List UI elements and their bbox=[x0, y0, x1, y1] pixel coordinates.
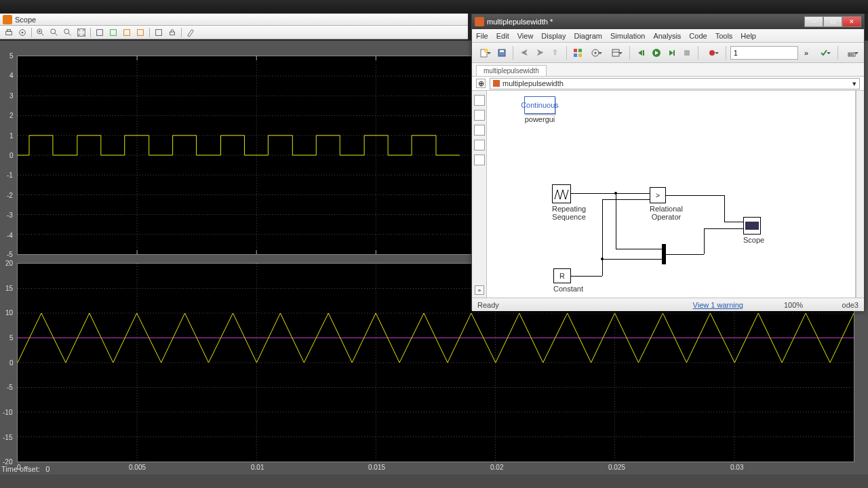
separator bbox=[629, 46, 630, 60]
svg-rect-15 bbox=[124, 29, 130, 35]
record-button[interactable] bbox=[703, 45, 722, 60]
status-warning-link[interactable]: View 1 warning bbox=[693, 301, 743, 309]
svg-point-3 bbox=[22, 31, 24, 33]
model-explorer-button[interactable] bbox=[606, 45, 625, 60]
stop-time-input[interactable] bbox=[730, 46, 798, 60]
path-dropdown-icon[interactable]: ▾ bbox=[852, 79, 856, 88]
menu-display[interactable]: Display bbox=[541, 32, 566, 40]
svg-rect-1 bbox=[7, 29, 10, 31]
model-icon bbox=[493, 80, 500, 87]
up-button[interactable]: ⇧ bbox=[548, 45, 562, 60]
separator bbox=[698, 46, 698, 60]
simulink-title-text: multiplepulsewidth * bbox=[487, 18, 553, 26]
svg-rect-59 bbox=[578, 49, 582, 52]
stop-button[interactable] bbox=[679, 45, 694, 60]
status-solver: ode3 bbox=[825, 301, 859, 309]
block-repeating-sequence[interactable]: Repeating Sequence bbox=[552, 184, 586, 221]
fit-tool-icon[interactable] bbox=[474, 110, 485, 121]
svg-rect-61 bbox=[578, 54, 582, 57]
menu-analysis[interactable]: Analysis bbox=[653, 32, 681, 40]
simulink-body: » Continuous powergui Repeating Sequence… bbox=[472, 91, 864, 298]
menu-edit[interactable]: Edit bbox=[496, 32, 509, 40]
new-model-button[interactable] bbox=[475, 45, 494, 60]
signal-line bbox=[602, 259, 662, 260]
svg-rect-69 bbox=[684, 50, 690, 56]
zoom-in-icon[interactable] bbox=[35, 27, 47, 38]
simulink-app-icon bbox=[475, 17, 484, 26]
signal-line bbox=[571, 276, 602, 277]
forward-button[interactable]: ⮞ bbox=[533, 45, 547, 60]
minimize-button[interactable]: ─ bbox=[804, 16, 823, 27]
svg-point-70 bbox=[709, 50, 715, 56]
float-icon[interactable] bbox=[121, 27, 133, 38]
link-icon[interactable] bbox=[166, 27, 178, 38]
signal-line bbox=[704, 228, 743, 229]
menu-diagram[interactable]: Diagram bbox=[574, 32, 602, 40]
canvas-scrollbar[interactable] bbox=[856, 91, 864, 298]
block-powergui[interactable]: Continuous powergui bbox=[524, 96, 555, 123]
fast-restart-button[interactable]: » bbox=[800, 45, 814, 60]
model-tab[interactable]: multiplepulsewidth bbox=[476, 65, 547, 76]
block-scope[interactable]: Scope bbox=[743, 217, 764, 244]
print-icon[interactable] bbox=[3, 27, 15, 38]
signal-line bbox=[666, 254, 704, 255]
svg-rect-64 bbox=[612, 49, 619, 56]
scope-titlebar[interactable]: Scope bbox=[0, 14, 468, 26]
menu-code[interactable]: Code bbox=[689, 32, 707, 40]
build-button[interactable] bbox=[842, 45, 861, 60]
svg-rect-17 bbox=[156, 29, 162, 35]
background-strip bbox=[0, 0, 868, 14]
area-tool-icon[interactable] bbox=[474, 155, 485, 165]
zoom-y-icon[interactable] bbox=[62, 27, 74, 38]
scope-app-icon bbox=[3, 15, 12, 24]
step-forward-button[interactable] bbox=[665, 45, 679, 60]
config-button[interactable] bbox=[586, 45, 605, 60]
highlight-icon[interactable] bbox=[184, 27, 197, 38]
signal-line bbox=[616, 249, 662, 249]
menu-help[interactable]: Help bbox=[741, 32, 756, 40]
autoscale-icon[interactable] bbox=[75, 27, 87, 38]
simulink-titlebar[interactable]: multiplepulsewidth * ─ ▭ ✕ bbox=[472, 14, 864, 29]
svg-rect-57 bbox=[500, 50, 504, 52]
palette-expand-icon[interactable]: » bbox=[475, 285, 484, 295]
library-browser-button[interactable] bbox=[571, 45, 585, 60]
menu-tools[interactable]: Tools bbox=[715, 32, 733, 40]
annotation-tool-icon[interactable] bbox=[474, 125, 485, 136]
svg-rect-18 bbox=[170, 32, 175, 35]
svg-rect-68 bbox=[673, 50, 675, 56]
model-path-input[interactable]: multiplepulsewidth ▾ bbox=[490, 78, 860, 89]
menu-view[interactable]: View bbox=[517, 32, 534, 40]
restore-config-icon[interactable] bbox=[107, 27, 119, 38]
svg-point-55 bbox=[484, 49, 488, 53]
checkmark-button[interactable] bbox=[814, 45, 833, 60]
signal-select-icon[interactable] bbox=[153, 27, 165, 38]
svg-point-10 bbox=[64, 28, 69, 33]
image-tool-icon[interactable] bbox=[474, 140, 485, 150]
block-relational-operator[interactable]: > Relational Operator bbox=[650, 187, 683, 221]
save-config-icon[interactable] bbox=[94, 27, 106, 38]
simulink-tabbar: multiplepulsewidth bbox=[472, 63, 864, 77]
back-button[interactable]: ⮜ bbox=[517, 45, 532, 60]
lock-axes-icon[interactable] bbox=[134, 27, 146, 38]
save-button[interactable] bbox=[495, 45, 509, 60]
simulink-menubar: File Edit View Display Diagram Simulatio… bbox=[472, 29, 864, 43]
zoom-x-icon[interactable] bbox=[48, 27, 60, 38]
simulink-toolbar: ⮜ ⮞ ⇧ » bbox=[472, 43, 864, 63]
run-button[interactable] bbox=[649, 45, 663, 60]
zoom-tool-icon[interactable] bbox=[474, 95, 485, 106]
maximize-button[interactable]: ▭ bbox=[823, 16, 842, 27]
separator bbox=[90, 28, 91, 37]
block-constant[interactable]: R Constant bbox=[553, 268, 583, 293]
signal-line bbox=[602, 199, 603, 276]
simulink-canvas[interactable]: Continuous powergui Repeating Sequence R… bbox=[487, 91, 856, 298]
separator bbox=[837, 46, 838, 60]
close-button[interactable]: ✕ bbox=[842, 16, 861, 27]
step-back-button[interactable] bbox=[634, 45, 648, 60]
nav-left-icon[interactable]: ⊕ bbox=[476, 79, 486, 88]
menu-simulation[interactable]: Simulation bbox=[610, 32, 645, 40]
menu-file[interactable]: File bbox=[476, 32, 488, 40]
signal-line bbox=[616, 193, 616, 249]
signal-line bbox=[602, 199, 650, 200]
parameters-icon[interactable] bbox=[16, 27, 28, 38]
separator bbox=[149, 28, 150, 37]
